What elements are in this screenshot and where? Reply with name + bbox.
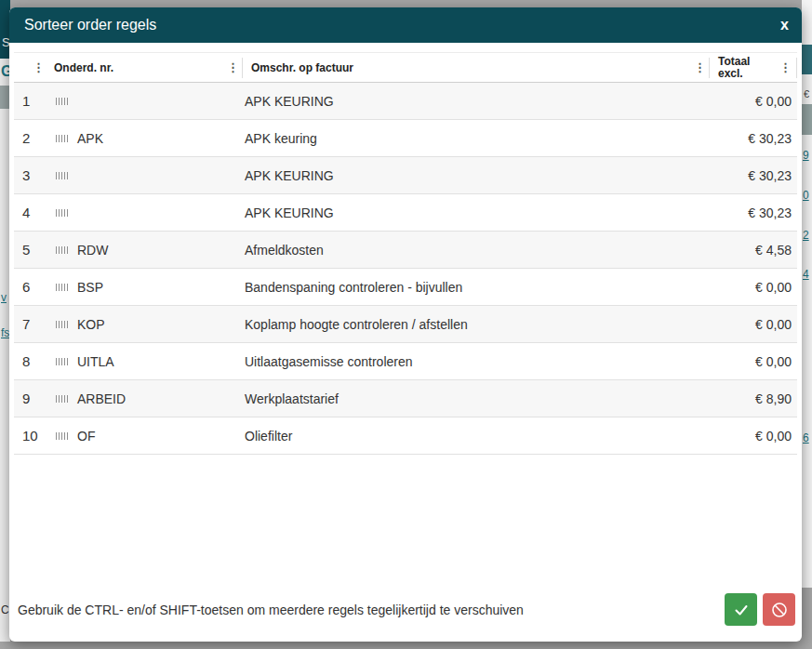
order-line-row[interactable]: 2 APK APK keuring € 30,23: [14, 120, 797, 157]
column-header-part-number: ⋮ Onderd. nr.: [14, 53, 227, 82]
invoice-description-cell: APK KEURING: [245, 94, 695, 109]
total-excl-cell: € 0,00: [695, 354, 797, 369]
drag-handle[interactable]: [49, 246, 77, 254]
column-menu-icon[interactable]: ⋮: [779, 61, 789, 73]
part-number-cell: OF: [77, 429, 245, 444]
order-line-row[interactable]: 4 APK KEURING € 30,23: [14, 194, 797, 232]
drag-handle[interactable]: [49, 395, 77, 403]
drag-handle[interactable]: [49, 358, 77, 365]
column-header-total-excl: ⋮ Totaal excl.: [694, 53, 769, 82]
drag-handle[interactable]: [49, 321, 77, 328]
column-menu-icon[interactable]: ⋮: [694, 61, 703, 73]
order-line-row[interactable]: 10 OF Oliefilter € 0,00: [14, 417, 797, 455]
dialog-footer: Gebruik de CTRL- en/of SHIFT-toetsen om …: [9, 593, 802, 642]
invoice-description-cell: Bandenspaning controleren - bijvullen: [245, 280, 695, 295]
dialog-header: Sorteer order regels x: [9, 7, 802, 43]
invoice-description-cell: Oliefilter: [245, 429, 695, 444]
confirm-button[interactable]: [725, 593, 757, 626]
row-number: 10: [14, 428, 49, 444]
drag-handle[interactable]: [49, 98, 77, 105]
order-line-row[interactable]: 9 ARBEID Werkplaatstarief € 8,90: [14, 380, 797, 417]
drag-handle[interactable]: [49, 432, 77, 440]
grip-icon: [56, 209, 68, 217]
invoice-description-cell: APK keuring: [245, 131, 695, 146]
column-label: Totaal excl.: [718, 56, 761, 80]
table-header-row: ⋮ Onderd. nr. ⋮ Omschr. op factuur ⋮ Tot…: [14, 52, 797, 83]
total-excl-cell: € 0,00: [695, 317, 797, 332]
multi-select-hint: Gebruik de CTRL- en/of SHIFT-toetsen om …: [18, 603, 524, 617]
grip-icon: [56, 358, 68, 365]
order-lines-table: 1 APK KEURING € 0,00 2 APK APK keuring €…: [14, 83, 797, 455]
background-link-fragment: fs: [1, 326, 9, 339]
row-number: 4: [14, 205, 49, 220]
grip-icon: [56, 432, 68, 440]
dialog-title: Sorteer order regels: [24, 17, 156, 33]
part-number-cell: KOP: [77, 317, 245, 332]
background-amount-fragment: 6: [803, 431, 809, 444]
row-number: 6: [14, 279, 49, 295]
row-number: 2: [14, 130, 49, 146]
grip-icon: [56, 246, 68, 254]
row-number: 5: [14, 242, 49, 258]
row-number: 8: [14, 353, 49, 369]
background-panel-fragment: [802, 45, 812, 74]
total-excl-cell: € 8,90: [695, 391, 797, 406]
total-excl-cell: € 30,23: [695, 205, 797, 220]
background-euro-fragment: €: [804, 88, 809, 99]
cancel-button[interactable]: [763, 593, 795, 626]
grip-icon: [56, 172, 68, 179]
column-menu-icon[interactable]: ⋮: [33, 61, 42, 73]
column-divider: [242, 58, 243, 78]
column-divider: [709, 58, 710, 78]
part-number-cell: RDW: [77, 243, 245, 258]
row-number: 1: [14, 93, 49, 109]
background-amount-fragment: 2: [803, 229, 809, 242]
check-icon: [732, 601, 751, 619]
column-menu-icon[interactable]: ⋮: [227, 61, 236, 73]
total-excl-cell: € 30,23: [695, 131, 797, 146]
part-number-cell: BSP: [77, 280, 245, 295]
row-number: 3: [14, 167, 49, 183]
background-right-strip: € 9 0 2 4 6: [802, 0, 812, 588]
background-amount-fragment: 9: [803, 149, 809, 162]
order-line-row[interactable]: 3 APK KEURING € 30,23: [14, 157, 797, 194]
background-table-header-fragment: [802, 104, 812, 135]
total-excl-cell: € 0,00: [695, 280, 797, 295]
total-excl-cell: € 4,58: [695, 243, 797, 258]
background-amount-fragment: 0: [803, 189, 809, 202]
invoice-description-cell: Werkplaatstarief: [245, 391, 695, 406]
column-header-invoice-description: ⋮ Omschr. op factuur: [227, 53, 694, 82]
drag-handle[interactable]: [49, 172, 77, 179]
close-icon[interactable]: x: [780, 18, 789, 33]
sort-order-lines-dialog: Sorteer order regels x ⋮ Onderd. nr. ⋮ O…: [9, 7, 802, 642]
row-number: 9: [14, 391, 49, 406]
order-line-row[interactable]: 8 UITLA Uitlaatgasemisse controleren € 0…: [14, 343, 797, 380]
background-text-fragment: C: [1, 603, 9, 616]
row-number: 7: [14, 316, 49, 332]
grip-icon: [56, 135, 68, 142]
invoice-description-cell: Uitlaatgasemisse controleren: [245, 354, 695, 369]
total-excl-cell: € 0,00: [695, 94, 797, 109]
order-line-row[interactable]: 5 RDW Afmeldkosten € 4,58: [14, 232, 797, 269]
column-divider: [796, 58, 797, 78]
part-number-cell: ARBEID: [77, 391, 245, 406]
order-line-row[interactable]: 1 APK KEURING € 0,00: [14, 83, 797, 120]
grip-icon: [56, 284, 68, 291]
dialog-body: ⋮ Onderd. nr. ⋮ Omschr. op factuur ⋮ Tot…: [9, 43, 802, 593]
order-line-row[interactable]: 7 KOP Koplamp hoogte controleren / afste…: [14, 306, 797, 343]
background-link-fragment: v: [1, 291, 7, 304]
background-amount-fragment: 4: [803, 268, 809, 281]
drag-handle[interactable]: [49, 284, 77, 291]
total-excl-cell: € 30,23: [695, 168, 797, 183]
order-line-row[interactable]: 6 BSP Bandenspaning controleren - bijvul…: [14, 269, 797, 306]
grip-icon: [56, 395, 68, 403]
part-number-cell: UITLA: [77, 354, 245, 369]
invoice-description-cell: Afmeldkosten: [245, 243, 695, 258]
column-label: Onderd. nr.: [54, 61, 113, 74]
drag-handle[interactable]: [49, 209, 77, 217]
grip-icon: [56, 321, 68, 328]
total-excl-cell: € 0,00: [695, 429, 797, 444]
column-header-end: ⋮: [769, 53, 797, 82]
drag-handle[interactable]: [49, 135, 77, 142]
grip-icon: [56, 98, 68, 105]
